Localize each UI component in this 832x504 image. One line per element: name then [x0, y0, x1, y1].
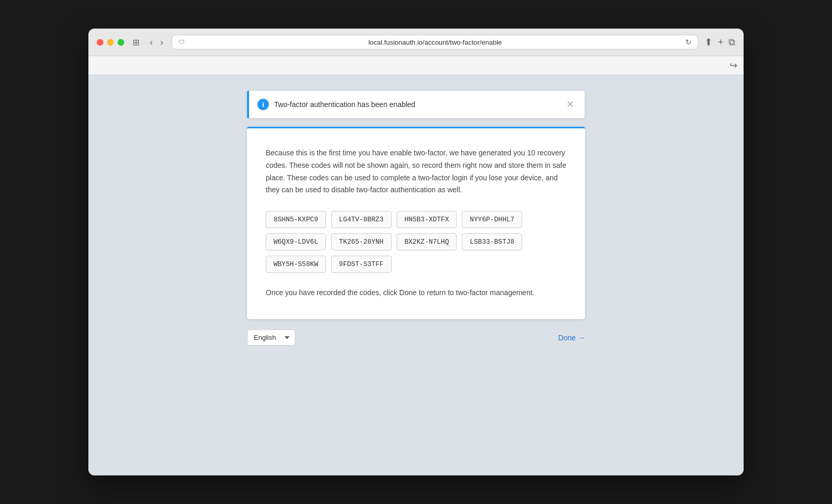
recovery-code: W6QX9-LDV6L [266, 233, 326, 250]
toolbar-row: ↪ [88, 56, 744, 75]
reload-button[interactable]: ↻ [685, 38, 692, 46]
footer-row: EnglishSpanishFrenchGerman Done → [247, 329, 585, 346]
recovery-code: HN5B3-XDTFX [397, 211, 457, 228]
recovery-code: WBY5H-S58KW [266, 256, 326, 273]
done-button[interactable]: Done → [558, 334, 585, 342]
url-text: local.fusionauth.io/account/two-factor/e… [189, 38, 681, 46]
done-arrow-icon: → [578, 334, 585, 342]
recovery-code: LSB33-BSTJ8 [462, 233, 522, 250]
traffic-lights [97, 39, 124, 46]
recovery-code: LG4TV-8BRZ3 [331, 211, 392, 228]
recovery-code: TK265-28YNH [331, 233, 392, 250]
alert-banner: i Two-factor authentication has been ena… [247, 90, 585, 118]
forward-button[interactable]: › [158, 36, 165, 48]
done-instruction: Once you have recorded the codes, click … [266, 287, 566, 298]
done-label: Done [558, 334, 576, 342]
recovery-code: BX2KZ-N7LHQ [397, 233, 457, 250]
sidebar-toggle-button[interactable]: ⊞ [131, 36, 141, 48]
new-tab-button[interactable]: + [718, 37, 723, 48]
tabs-button[interactable]: ⧉ [729, 37, 735, 48]
nav-buttons: ‹ › [148, 36, 165, 48]
page-content: i Two-factor authentication has been ena… [88, 75, 744, 475]
description-text: Because this is the first time you have … [266, 147, 566, 196]
browser-chrome: ⊞ ‹ › 🛡 local.fusionauth.io/account/two-… [88, 29, 744, 56]
share-button[interactable]: ⬆ [705, 36, 712, 48]
browser-window: ⊞ ‹ › 🛡 local.fusionauth.io/account/two-… [88, 29, 744, 475]
language-select[interactable]: EnglishSpanishFrenchGerman [247, 329, 295, 346]
info-icon: i [257, 99, 269, 110]
maximize-traffic-light[interactable] [118, 39, 124, 46]
close-traffic-light[interactable] [97, 39, 103, 46]
content-wrapper: i Two-factor authentication has been ena… [247, 90, 585, 346]
security-icon: 🛡 [178, 38, 185, 46]
close-icon: ✕ [566, 100, 574, 109]
recovery-code: 9FDST-S3TFF [331, 256, 392, 273]
recovery-codes-grid: 8SHN5-KXPC9LG4TV-8BRZ3HN5B3-XDTFXNYY6P-D… [266, 211, 566, 273]
alert-close-button[interactable]: ✕ [564, 98, 576, 111]
main-card: Because this is the first time you have … [247, 127, 585, 319]
alert-message: Two-factor authentication has been enabl… [274, 100, 558, 109]
back-button[interactable]: ‹ [148, 36, 155, 48]
recovery-code: 8SHN5-KXPC9 [266, 211, 326, 228]
minimize-traffic-light[interactable] [107, 39, 114, 46]
recovery-code: NYY6P-DHHL7 [462, 211, 522, 228]
address-bar[interactable]: 🛡 local.fusionauth.io/account/two-factor… [172, 35, 698, 49]
export-button[interactable]: ↪ [730, 60, 737, 71]
browser-actions: ⬆ + ⧉ [705, 36, 735, 48]
